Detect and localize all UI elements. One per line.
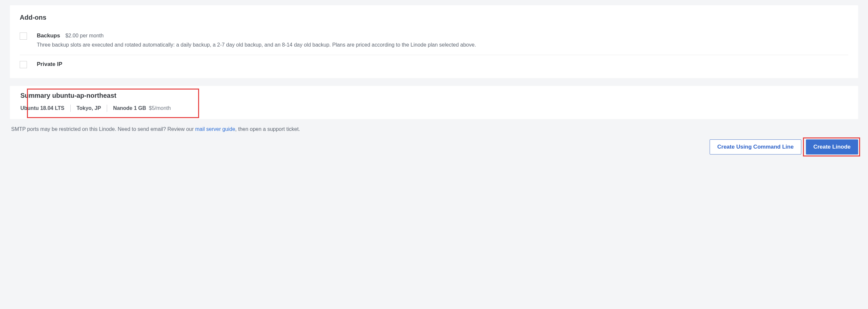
- private-ip-name: Private IP: [37, 61, 62, 68]
- backups-content: Backups $2.00 per month Three backup slo…: [37, 32, 848, 49]
- summary-plan-name: Nanode 1 GB: [113, 105, 146, 111]
- addon-backups: Backups $2.00 per month Three backup slo…: [20, 29, 848, 55]
- smtp-note: SMTP ports may be restricted on this Lin…: [10, 126, 858, 132]
- summary-os: Ubuntu 18.04 LTS: [20, 105, 64, 111]
- summary-plan-price: $5/month: [149, 105, 171, 111]
- mail-server-guide-link[interactable]: mail server guide: [195, 126, 235, 132]
- summary-plan: Nanode 1 GB $5/month: [113, 105, 171, 111]
- note-text-after: , then open a support ticket.: [235, 126, 300, 132]
- backups-price: $2.00 per month: [65, 33, 104, 39]
- summary-card: Summary ubuntu-ap-northeast Ubuntu 18.04…: [10, 86, 858, 119]
- addon-private-ip: Private IP: [20, 55, 848, 70]
- private-ip-checkbox[interactable]: [20, 61, 27, 68]
- summary-title: Summary ubuntu-ap-northeast: [20, 92, 848, 99]
- create-linode-button[interactable]: Create Linode: [806, 139, 858, 154]
- backups-header: Backups $2.00 per month: [37, 32, 848, 39]
- actions-row: Create Using Command Line Create Linode: [10, 139, 858, 154]
- summary-separator: [70, 105, 71, 112]
- backups-name: Backups: [37, 32, 60, 39]
- summary-separator: [107, 105, 107, 112]
- note-text-before: SMTP ports may be restricted on this Lin…: [11, 126, 195, 132]
- summary-line: Ubuntu 18.04 LTS Tokyo, JP Nanode 1 GB $…: [20, 105, 848, 112]
- private-ip-content: Private IP: [37, 61, 848, 70]
- summary-region: Tokyo, JP: [76, 105, 101, 111]
- create-using-cli-button[interactable]: Create Using Command Line: [710, 139, 801, 154]
- backups-checkbox[interactable]: [20, 32, 27, 40]
- addons-card: Add-ons Backups $2.00 per month Three ba…: [10, 5, 858, 78]
- private-ip-header: Private IP: [37, 61, 848, 68]
- backups-description: Three backup slots are executed and rota…: [37, 41, 848, 49]
- addons-title: Add-ons: [20, 14, 848, 21]
